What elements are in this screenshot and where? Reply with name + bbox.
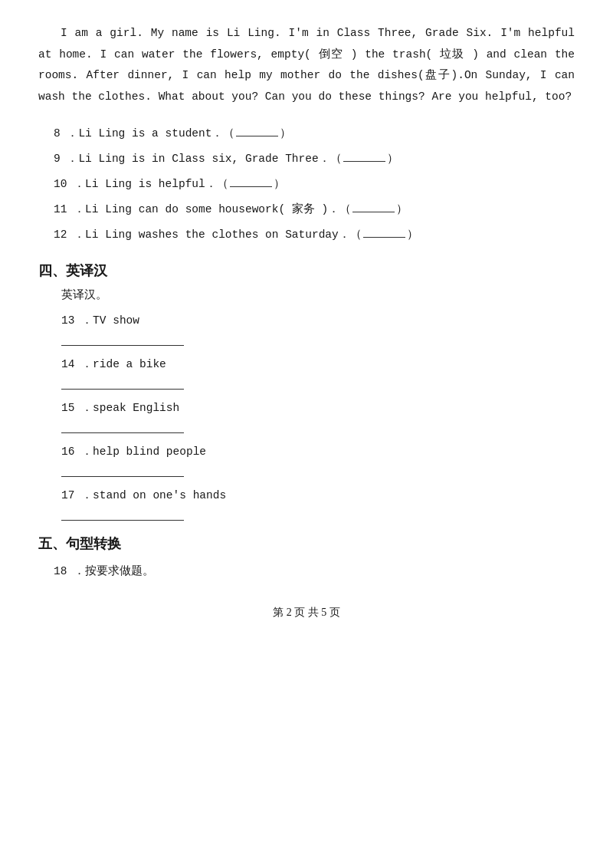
passage-text: I am a girl. My name is Li Ling. I'm in … xyxy=(38,23,575,107)
question-11: 11 ．Li Ling can do some housework( 家务 )．… xyxy=(38,199,575,221)
blank-12[interactable] xyxy=(363,237,405,238)
blank-8[interactable] xyxy=(236,136,278,136)
blank-9[interactable] xyxy=(343,161,385,162)
blank-11[interactable] xyxy=(352,212,395,212)
question-8: 8 ．Li Ling is a student．（） xyxy=(38,123,575,145)
answer-line-15[interactable] xyxy=(61,418,184,433)
answer-line-17[interactable] xyxy=(61,505,184,521)
true-false-section: 8 ．Li Ling is a student．（） 9 ．Li Ling is… xyxy=(38,123,575,246)
translation-item-15: 15 ．speak English xyxy=(38,400,575,433)
answer-line-14[interactable] xyxy=(61,374,184,390)
question-18: 18 ．按要求做题。 xyxy=(38,561,575,583)
section4-intro: 英译汉。 xyxy=(38,288,575,302)
reading-passage: I am a girl. My name is Li Ling. I'm in … xyxy=(38,23,575,107)
translation-item-16: 16 ．help blind people xyxy=(38,444,575,477)
page-footer: 第 2 页 共 5 页 xyxy=(38,606,575,620)
answer-line-16[interactable] xyxy=(61,462,184,477)
blank-10[interactable] xyxy=(230,186,272,187)
translation-item-13: 13 ．TV show xyxy=(38,313,575,346)
answer-line-13[interactable] xyxy=(61,330,184,346)
question-12: 12 ．Li Ling washes the clothes on Saturd… xyxy=(38,224,575,246)
translation-item-17: 17 ．stand on one's hands xyxy=(38,488,575,521)
translation-item-14: 14 ．ride a bike xyxy=(38,357,575,390)
section5-header: 五、句型转换 xyxy=(38,534,575,553)
section4-header: 四、英译汉 xyxy=(38,261,575,280)
question-9: 9 ．Li Ling is in Class six, Grade Three．… xyxy=(38,148,575,170)
question-10: 10 ．Li Ling is helpful．（） xyxy=(38,173,575,196)
